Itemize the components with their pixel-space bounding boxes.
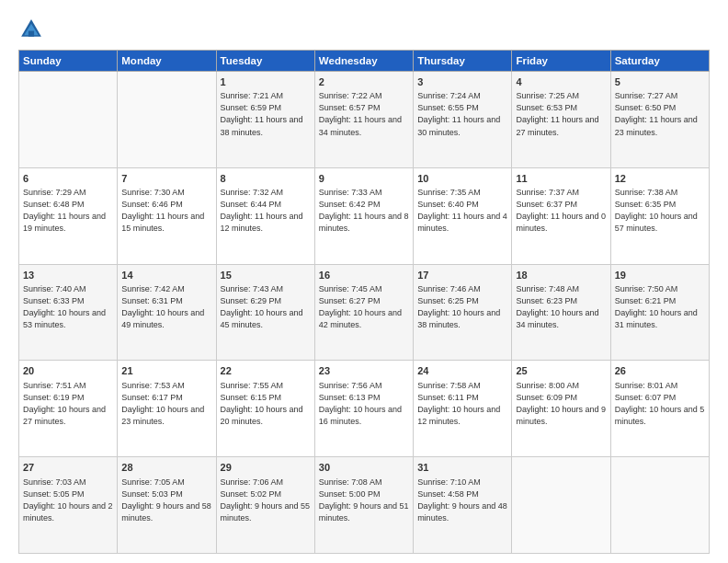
day-info: Sunrise: 7:50 AM Sunset: 6:21 PM Dayligh… xyxy=(615,283,705,331)
weekday-header: Monday xyxy=(118,51,216,72)
day-info: Sunrise: 7:22 AM Sunset: 6:57 PM Dayligh… xyxy=(319,90,409,138)
day-info: Sunrise: 8:00 AM Sunset: 6:09 PM Dayligh… xyxy=(516,380,606,428)
calendar-cell: 28Sunrise: 7:05 AM Sunset: 5:03 PM Dayli… xyxy=(118,457,216,554)
day-number: 16 xyxy=(319,269,409,282)
calendar-cell: 21Sunrise: 7:53 AM Sunset: 6:17 PM Dayli… xyxy=(118,361,216,457)
day-info: Sunrise: 7:48 AM Sunset: 6:23 PM Dayligh… xyxy=(516,283,606,331)
day-number: 25 xyxy=(516,364,606,378)
calendar-cell: 22Sunrise: 7:55 AM Sunset: 6:15 PM Dayli… xyxy=(216,361,314,457)
day-number: 10 xyxy=(417,172,507,186)
calendar-cell: 1Sunrise: 7:21 AM Sunset: 6:59 PM Daylig… xyxy=(216,72,314,168)
calendar-cell xyxy=(19,72,118,168)
calendar-cell: 6Sunrise: 7:29 AM Sunset: 6:48 PM Daylig… xyxy=(19,167,118,264)
day-number: 14 xyxy=(121,269,211,282)
weekday-header: Wednesday xyxy=(314,51,413,72)
calendar-cell: 12Sunrise: 7:38 AM Sunset: 6:35 PM Dayli… xyxy=(610,167,709,264)
calendar-cell: 7Sunrise: 7:30 AM Sunset: 6:46 PM Daylig… xyxy=(118,167,216,264)
calendar-cell: 26Sunrise: 8:01 AM Sunset: 6:07 PM Dayli… xyxy=(610,361,709,457)
day-number: 31 xyxy=(417,461,507,475)
calendar-cell: 25Sunrise: 8:00 AM Sunset: 6:09 PM Dayli… xyxy=(512,361,610,457)
weekday-header: Saturday xyxy=(610,51,709,72)
day-number: 1 xyxy=(221,75,311,89)
day-info: Sunrise: 7:35 AM Sunset: 6:40 PM Dayligh… xyxy=(417,187,507,235)
calendar-cell: 19Sunrise: 7:50 AM Sunset: 6:21 PM Dayli… xyxy=(610,264,709,361)
day-number: 23 xyxy=(319,364,409,378)
day-info: Sunrise: 7:08 AM Sunset: 5:00 PM Dayligh… xyxy=(319,477,409,524)
logo-icon xyxy=(18,17,44,42)
day-info: Sunrise: 7:46 AM Sunset: 6:25 PM Dayligh… xyxy=(417,283,507,331)
calendar-cell: 23Sunrise: 7:56 AM Sunset: 6:13 PM Dayli… xyxy=(314,361,413,457)
day-number: 2 xyxy=(319,75,409,89)
day-info: Sunrise: 7:55 AM Sunset: 6:15 PM Dayligh… xyxy=(221,380,311,428)
day-info: Sunrise: 7:45 AM Sunset: 6:27 PM Dayligh… xyxy=(319,283,409,331)
calendar-cell: 15Sunrise: 7:43 AM Sunset: 6:29 PM Dayli… xyxy=(216,264,314,361)
day-info: Sunrise: 7:53 AM Sunset: 6:17 PM Dayligh… xyxy=(121,380,211,428)
day-number: 4 xyxy=(516,75,606,89)
day-number: 29 xyxy=(221,461,311,475)
day-number: 20 xyxy=(23,364,113,378)
logo xyxy=(18,17,47,42)
day-info: Sunrise: 7:27 AM Sunset: 6:50 PM Dayligh… xyxy=(615,90,705,138)
day-number: 30 xyxy=(319,461,409,475)
day-number: 17 xyxy=(417,269,507,282)
day-info: Sunrise: 7:10 AM Sunset: 4:58 PM Dayligh… xyxy=(417,477,507,524)
day-info: Sunrise: 7:51 AM Sunset: 6:19 PM Dayligh… xyxy=(23,380,113,428)
day-info: Sunrise: 7:05 AM Sunset: 5:03 PM Dayligh… xyxy=(121,477,211,524)
calendar-cell: 20Sunrise: 7:51 AM Sunset: 6:19 PM Dayli… xyxy=(19,361,118,457)
day-number: 21 xyxy=(121,364,211,378)
day-info: Sunrise: 7:33 AM Sunset: 6:42 PM Dayligh… xyxy=(319,187,409,235)
calendar-cell: 24Sunrise: 7:58 AM Sunset: 6:11 PM Dayli… xyxy=(414,361,512,457)
weekday-header: Friday xyxy=(512,51,610,72)
day-info: Sunrise: 7:21 AM Sunset: 6:59 PM Dayligh… xyxy=(221,90,311,138)
day-info: Sunrise: 8:01 AM Sunset: 6:07 PM Dayligh… xyxy=(615,380,705,428)
day-info: Sunrise: 7:32 AM Sunset: 6:44 PM Dayligh… xyxy=(221,187,311,235)
calendar-cell: 13Sunrise: 7:40 AM Sunset: 6:33 PM Dayli… xyxy=(19,264,118,361)
calendar-cell: 8Sunrise: 7:32 AM Sunset: 6:44 PM Daylig… xyxy=(216,167,314,264)
calendar-cell: 2Sunrise: 7:22 AM Sunset: 6:57 PM Daylig… xyxy=(314,72,413,168)
day-info: Sunrise: 7:43 AM Sunset: 6:29 PM Dayligh… xyxy=(221,283,311,331)
calendar-cell: 18Sunrise: 7:48 AM Sunset: 6:23 PM Dayli… xyxy=(512,264,610,361)
calendar-cell: 5Sunrise: 7:27 AM Sunset: 6:50 PM Daylig… xyxy=(610,72,709,168)
day-number: 11 xyxy=(516,172,606,186)
day-number: 26 xyxy=(615,364,705,378)
calendar-cell xyxy=(118,72,216,168)
day-info: Sunrise: 7:40 AM Sunset: 6:33 PM Dayligh… xyxy=(23,283,113,331)
svg-rect-2 xyxy=(28,31,34,37)
day-number: 27 xyxy=(23,461,113,475)
calendar-cell: 3Sunrise: 7:24 AM Sunset: 6:55 PM Daylig… xyxy=(414,72,512,168)
day-info: Sunrise: 7:25 AM Sunset: 6:53 PM Dayligh… xyxy=(516,90,606,138)
day-number: 15 xyxy=(221,269,311,282)
calendar-cell: 10Sunrise: 7:35 AM Sunset: 6:40 PM Dayli… xyxy=(414,167,512,264)
calendar-cell: 9Sunrise: 7:33 AM Sunset: 6:42 PM Daylig… xyxy=(314,167,413,264)
day-info: Sunrise: 7:42 AM Sunset: 6:31 PM Dayligh… xyxy=(121,283,211,331)
calendar-cell xyxy=(512,457,610,554)
day-number: 6 xyxy=(23,172,113,186)
day-info: Sunrise: 7:06 AM Sunset: 5:02 PM Dayligh… xyxy=(221,477,311,524)
day-number: 22 xyxy=(221,364,311,378)
day-number: 7 xyxy=(121,172,211,186)
calendar-cell: 27Sunrise: 7:03 AM Sunset: 5:05 PM Dayli… xyxy=(19,457,118,554)
day-number: 5 xyxy=(615,75,705,89)
calendar-cell: 17Sunrise: 7:46 AM Sunset: 6:25 PM Dayli… xyxy=(414,264,512,361)
weekday-header: Tuesday xyxy=(216,51,314,72)
day-number: 13 xyxy=(23,269,113,282)
day-info: Sunrise: 7:38 AM Sunset: 6:35 PM Dayligh… xyxy=(615,187,705,235)
calendar-cell: 30Sunrise: 7:08 AM Sunset: 5:00 PM Dayli… xyxy=(314,457,413,554)
day-info: Sunrise: 7:24 AM Sunset: 6:55 PM Dayligh… xyxy=(417,90,507,138)
calendar-cell: 31Sunrise: 7:10 AM Sunset: 4:58 PM Dayli… xyxy=(414,457,512,554)
day-number: 3 xyxy=(417,75,507,89)
calendar-cell: 11Sunrise: 7:37 AM Sunset: 6:37 PM Dayli… xyxy=(512,167,610,264)
day-info: Sunrise: 7:03 AM Sunset: 5:05 PM Dayligh… xyxy=(23,477,113,524)
weekday-header: Sunday xyxy=(19,51,118,72)
day-number: 24 xyxy=(417,364,507,378)
day-info: Sunrise: 7:29 AM Sunset: 6:48 PM Dayligh… xyxy=(23,187,113,235)
day-number: 19 xyxy=(615,269,705,282)
calendar: SundayMondayTuesdayWednesdayThursdayFrid… xyxy=(18,50,710,554)
day-info: Sunrise: 7:30 AM Sunset: 6:46 PM Dayligh… xyxy=(121,187,211,235)
day-number: 28 xyxy=(121,461,211,475)
day-info: Sunrise: 7:37 AM Sunset: 6:37 PM Dayligh… xyxy=(516,187,606,235)
day-info: Sunrise: 7:58 AM Sunset: 6:11 PM Dayligh… xyxy=(417,380,507,428)
calendar-cell: 16Sunrise: 7:45 AM Sunset: 6:27 PM Dayli… xyxy=(314,264,413,361)
day-number: 18 xyxy=(516,269,606,282)
day-info: Sunrise: 7:56 AM Sunset: 6:13 PM Dayligh… xyxy=(319,380,409,428)
